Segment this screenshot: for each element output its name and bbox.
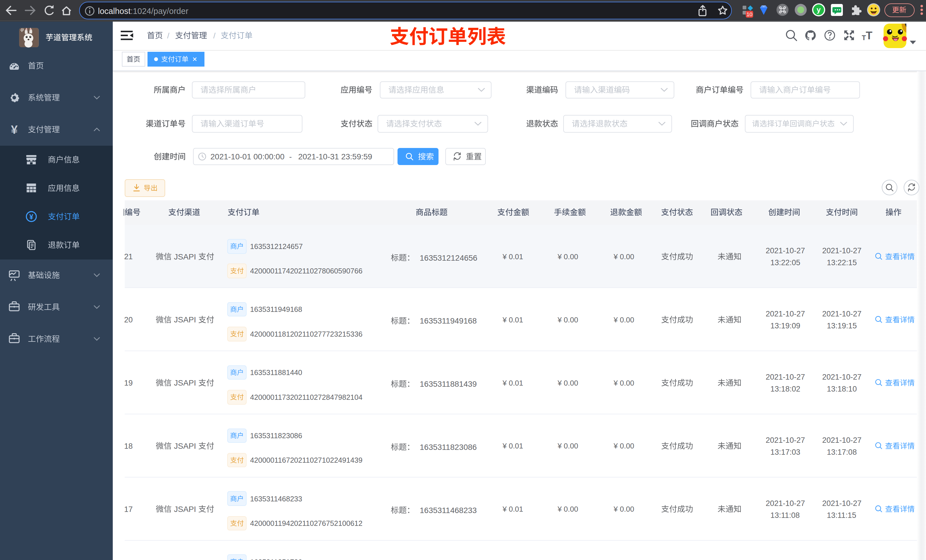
svg-text:1635311881440: 1635311881440 (250, 368, 302, 376)
svg-text:¥: ¥ (11, 123, 18, 136)
svg-text:y: y (817, 5, 821, 14)
svg-text:1635311881439: 1635311881439 (420, 380, 477, 388)
svg-text:4200001173202110272847982104: 4200001173202110272847982104 (250, 393, 363, 401)
svg-text:4200001194202110276752100612: 4200001194202110276752100612 (250, 519, 363, 527)
svg-text:¥ 0.00: ¥ 0.00 (557, 505, 578, 513)
svg-text:¥ 0.00: ¥ 0.00 (613, 315, 634, 324)
svg-text:¥ 0.00: ¥ 0.00 (613, 252, 634, 261)
svg-text:1635311823086: 1635311823086 (420, 443, 477, 451)
svg-text:13:22:05: 13:22:05 (770, 258, 800, 267)
svg-text:¥ 0.00: ¥ 0.00 (557, 315, 578, 324)
svg-text:18: 18 (124, 442, 133, 450)
svg-text:2021-10-27: 2021-10-27 (766, 309, 805, 318)
svg-text:1635311468233: 1635311468233 (420, 506, 477, 515)
svg-text:JSAPI: JSAPI (172, 315, 198, 324)
svg-text:4200001181202110277723215336: 4200001181202110277723215336 (250, 330, 363, 338)
svg-text:¥ 0.00: ¥ 0.00 (557, 379, 578, 387)
svg-text:20: 20 (124, 315, 133, 324)
svg-text:T: T (862, 34, 866, 42)
svg-text:/: / (213, 31, 216, 40)
svg-text:2021-10-27: 2021-10-27 (822, 309, 861, 318)
svg-text:13:18:10: 13:18:10 (827, 385, 857, 393)
svg-text:19: 19 (124, 379, 133, 387)
svg-text:2021-10-27: 2021-10-27 (822, 246, 861, 255)
svg-text:13:19:09: 13:19:09 (770, 322, 800, 330)
svg-text:2021-10-27: 2021-10-27 (766, 436, 805, 444)
svg-text:JSAPI: JSAPI (172, 442, 198, 450)
svg-text:2021-10-27: 2021-10-27 (766, 499, 805, 508)
svg-text:T: T (865, 30, 872, 42)
svg-text:¥ 0.01: ¥ 0.01 (502, 379, 523, 387)
svg-text:13:22:15: 13:22:15 (827, 258, 857, 267)
svg-text:localhost: localhost (98, 6, 130, 16)
svg-text:¥ 0.00: ¥ 0.00 (557, 442, 578, 450)
svg-text:¥ 0.01: ¥ 0.01 (502, 315, 523, 324)
svg-text:¥ 0.00: ¥ 0.00 (557, 252, 578, 261)
svg-text:13:17:08: 13:17:08 (827, 448, 857, 456)
svg-text:1635311468233: 1635311468233 (250, 495, 302, 503)
svg-text:JSAPI: JSAPI (172, 379, 198, 387)
svg-text:2021-10-27: 2021-10-27 (822, 499, 861, 508)
svg-text:13:11:08: 13:11:08 (770, 511, 800, 519)
svg-text:13:11:15: 13:11:15 (827, 511, 856, 519)
svg-text:¥ 0.01: ¥ 0.01 (502, 442, 523, 450)
svg-text:1635311949168: 1635311949168 (250, 305, 302, 313)
svg-text:2021-10-27: 2021-10-27 (822, 373, 861, 381)
svg-text:JSAPI: JSAPI (172, 252, 198, 261)
svg-text:1635311351726: 1635311351726 (250, 558, 302, 560)
svg-text:13:17:03: 13:17:03 (770, 448, 800, 456)
svg-text:¥ 0.01: ¥ 0.01 (502, 505, 523, 513)
svg-text:¥ 0.00: ¥ 0.00 (613, 442, 634, 450)
svg-text:13:18:02: 13:18:02 (770, 385, 800, 393)
svg-text:1635311949168: 1635311949168 (420, 316, 477, 325)
svg-text:1635311823086: 1635311823086 (250, 432, 302, 440)
svg-text:¥ 0.00: ¥ 0.00 (613, 379, 634, 387)
svg-text:¥ 0.00: ¥ 0.00 (613, 505, 634, 513)
svg-text:2021-10-27: 2021-10-27 (766, 246, 805, 255)
svg-text:¥: ¥ (29, 213, 33, 221)
svg-text:¥ 0.01: ¥ 0.01 (502, 252, 523, 261)
svg-text:1635312124656: 1635312124656 (420, 254, 477, 263)
svg-text:10: 10 (746, 11, 752, 17)
svg-text:JSAPI: JSAPI (172, 505, 198, 514)
svg-text:2021-10-31 23:59:59: 2021-10-31 23:59:59 (298, 152, 372, 161)
svg-text:-: - (289, 152, 292, 161)
svg-text::1024/pay/order: :1024/pay/order (130, 6, 188, 16)
svg-text:2021-10-27: 2021-10-27 (822, 436, 861, 444)
svg-text:2021-10-01 00:00:00: 2021-10-01 00:00:00 (210, 152, 284, 161)
svg-text:2021-10-27: 2021-10-27 (766, 373, 805, 381)
svg-text:21: 21 (124, 252, 133, 261)
svg-text:4200001167202110271022491439: 4200001167202110271022491439 (250, 456, 363, 464)
svg-text:4200001174202110278060590766: 4200001174202110278060590766 (250, 267, 363, 275)
svg-text:/: / (167, 31, 169, 40)
svg-text:13:19:15: 13:19:15 (827, 322, 857, 330)
svg-text:1635312124657: 1635312124657 (250, 242, 303, 251)
svg-text:17: 17 (124, 505, 133, 514)
